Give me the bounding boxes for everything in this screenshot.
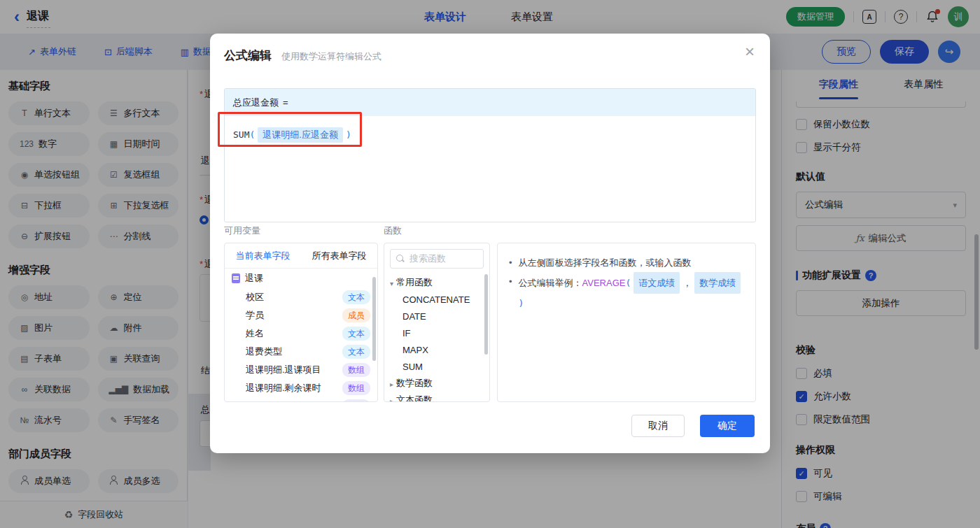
chevron-icon — [390, 395, 393, 403]
field-type-badge: 数组 — [342, 363, 370, 377]
function-item[interactable]: MAPX — [384, 341, 489, 358]
tab-current-form-fields[interactable]: 当前表单字段 — [236, 250, 290, 262]
field-type-badge: 数组 — [342, 399, 370, 402]
function-search-input[interactable]: 搜索函数 — [390, 249, 484, 269]
field-type-badge: 文本 — [342, 345, 370, 359]
function-row-label: MAPX — [402, 345, 428, 355]
tab-all-form-fields[interactable]: 所有表单字段 — [312, 250, 367, 262]
functions-panel: 搜索函数 常用函数 CONCATENATE DATE — [384, 243, 490, 402]
example-chip: 数学成绩 — [694, 272, 741, 294]
confirm-button[interactable]: 确定 — [700, 415, 755, 437]
field-type-badge: 成员 — [342, 308, 370, 322]
function-row-label: DATE — [402, 311, 426, 322]
variables-tree-root[interactable]: 退课 — [225, 269, 377, 288]
variable-field-row[interactable]: 退课明细.剩余课时 数组 — [225, 379, 377, 397]
formula-equals: = — [283, 97, 288, 108]
help-example: • 公式编辑举例：AVERAGE(语文成绩，数学成绩) — [509, 272, 744, 313]
modal-title: 公式编辑 — [224, 48, 272, 64]
chevron-icon — [390, 278, 393, 288]
variable-field-name: 学员 — [246, 309, 342, 322]
function-group-common[interactable]: 常用函数 — [384, 274, 489, 291]
variables-panel: 当前表单字段 所有表单字段 退课 校区 文本 学员 成员 — [224, 243, 378, 402]
search-placeholder: 搜索函数 — [410, 252, 446, 265]
formula-target-row: 总应退金额 = — [225, 89, 755, 116]
help-tip: • 从左侧面板选择字段名和函数，或输入函数 — [509, 253, 744, 272]
close-icon[interactable]: × — [745, 43, 755, 60]
variable-field-name: 退课明细.剩余课时 — [246, 382, 342, 394]
function-group-text[interactable]: 文本函数 — [384, 392, 489, 402]
function-row-label: 数学函数 — [396, 377, 433, 390]
functions-label: 函数 — [384, 224, 402, 237]
function-item[interactable]: IF — [384, 324, 489, 341]
field-type-badge: 文本 — [342, 290, 370, 304]
function-item[interactable]: CONCATENATE — [384, 291, 489, 308]
function-item[interactable]: SUM — [384, 358, 489, 375]
function-row-label: 常用函数 — [396, 276, 433, 289]
variable-field-row[interactable]: 姓名 文本 — [225, 324, 377, 343]
function-row-label: 文本函数 — [396, 394, 433, 402]
function-row-label: CONCATENATE — [402, 294, 470, 305]
formula-target: 总应退金额 — [233, 97, 279, 109]
variables-label: 可用变量 — [224, 224, 260, 237]
variable-field-name: 姓名 — [246, 327, 342, 340]
example-chip: 语文成绩 — [634, 272, 680, 294]
function-group-math[interactable]: 数学函数 — [384, 375, 489, 392]
variable-field-name: 退费类型 — [246, 345, 342, 358]
form-doc-icon — [232, 273, 240, 283]
scrollbar[interactable] — [484, 274, 488, 355]
formula-input-area[interactable]: SUM(退课明细.应退金额) — [225, 116, 755, 154]
scrollbar[interactable] — [372, 277, 376, 361]
modal-subtitle: 使用数学运算符编辑公式 — [281, 50, 382, 63]
variable-field-row[interactable]: 学员 成员 — [225, 306, 377, 324]
chevron-icon — [390, 378, 393, 389]
variable-field-row[interactable]: 退费类型 文本 — [225, 343, 377, 361]
search-icon — [396, 255, 405, 263]
variable-field-name: 退课明细.退课项目 — [246, 364, 342, 376]
field-type-badge: 数组 — [342, 381, 370, 395]
field-type-badge: 文本 — [342, 327, 370, 341]
formula-function: SUM — [233, 129, 249, 140]
example-function: AVERAGE — [582, 278, 626, 288]
help-panel: • 从左侧面板选择字段名和函数，或输入函数 • 公式编辑举例：AVERAGE(语… — [497, 243, 756, 402]
formula-editor-modal: 公式编辑 使用数学运算符编辑公式 × 总应退金额 = SUM(退课明细.应退金额… — [210, 34, 770, 453]
formula-editor: 总应退金额 = SUM(退课明细.应退金额) — [224, 88, 756, 222]
formula-variable-chip[interactable]: 退课明细.应退金额 — [258, 127, 343, 143]
cancel-button[interactable]: 取消 — [631, 415, 685, 437]
function-row-label: SUM — [402, 362, 423, 372]
variable-field-row[interactable]: 校区 文本 — [225, 288, 377, 306]
function-item[interactable]: DATE — [384, 308, 489, 324]
function-row-label: IF — [402, 328, 411, 338]
variable-field-name: 校区 — [246, 291, 342, 304]
variable-field-row[interactable]: 退课明细.退课项目 数组 — [225, 361, 377, 379]
variable-field-row[interactable]: 数组 — [225, 397, 377, 402]
form-designer-page: ‹ 退课 表单设计 表单设置 数据管理 A ? 训 — [0, 0, 980, 528]
